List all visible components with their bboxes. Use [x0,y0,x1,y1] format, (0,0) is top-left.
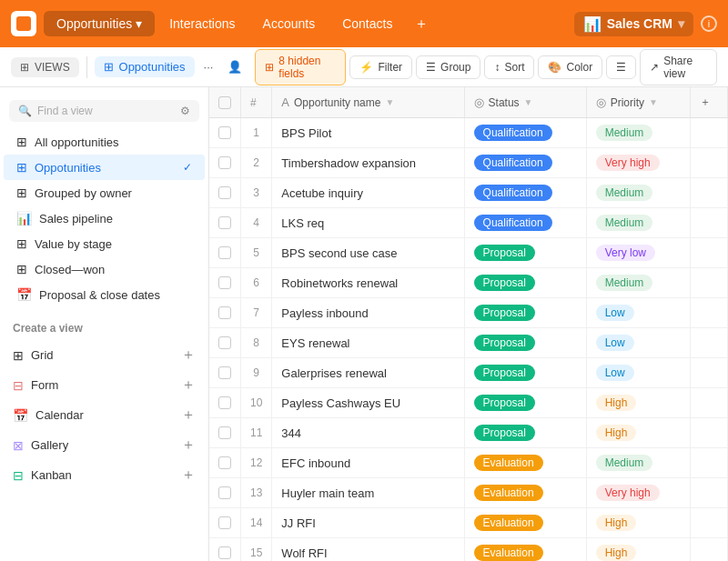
row-checkbox[interactable] [218,426,231,439]
row-checkbox[interactable] [218,216,231,229]
col-priority[interactable]: ◎ Priority ▼ [586,87,690,118]
row-status[interactable]: Qualification [464,118,586,148]
row-checkbox[interactable] [218,126,231,139]
row-checkbox-cell[interactable] [209,268,241,298]
color-button[interactable]: 🎨 Color [538,55,602,79]
row-status[interactable]: Proposal [464,298,586,328]
row-checkbox[interactable] [218,306,231,319]
row-status[interactable]: Proposal [464,328,586,358]
row-checkbox[interactable] [218,396,231,409]
row-checkbox[interactable] [218,156,231,169]
sidebar-item-proposal-close[interactable]: 📅 Proposal & close dates [4,282,205,307]
row-name[interactable]: Robinetworks renewal [272,268,464,298]
table-row[interactable]: 11 344 Proposal High [209,418,728,448]
views-button[interactable]: ⊞ VIEWS [11,57,79,77]
row-priority[interactable]: Low [586,358,690,388]
col-status[interactable]: ◎ Status ▼ [464,87,586,118]
row-status[interactable]: Proposal [464,268,586,298]
sidebar-item-opportunities[interactable]: ⊞ Oppotunities ✓ [4,155,205,180]
row-status[interactable]: Proposal [464,388,586,418]
row-checkbox[interactable] [218,456,231,469]
row-checkbox-cell[interactable] [209,208,241,238]
row-checkbox[interactable] [218,366,231,379]
row-priority[interactable]: High [586,418,690,448]
sidebar-item-all-opportunities[interactable]: ⊞ All opportunities [4,129,205,155]
row-priority[interactable]: Medium [586,448,690,478]
info-icon[interactable]: i [701,15,717,32]
hidden-fields-button[interactable]: ⊞ 8 hidden fields [255,49,346,85]
table-row[interactable]: 4 LKS req Qualification Medium [209,208,728,238]
row-status[interactable]: Evaluation [464,448,586,478]
row-checkbox[interactable] [218,186,231,199]
row-priority[interactable]: Medium [586,268,690,298]
row-name[interactable]: Wolf RFI [272,538,464,562]
sidebar-item-grouped-by-owner[interactable]: ⊞ Grouped by owner [4,180,205,205]
select-all-checkbox[interactable] [218,96,231,109]
table-row[interactable]: 5 BPS second use case Proposal Very low [209,238,728,268]
plus-icon-form[interactable]: ＋ [181,376,196,395]
row-checkbox-cell[interactable] [209,478,241,508]
table-row[interactable]: 10 Payless Cashways EU Proposal High [209,388,728,418]
settings-icon[interactable]: ⚙ [180,105,190,117]
table-row[interactable]: 15 Wolf RFI Evaluation High [209,538,728,562]
row-name[interactable]: LKS req [272,208,464,238]
toolbar-more-button[interactable]: ··· [198,56,219,77]
row-status[interactable]: Proposal [464,358,586,388]
nav-tab-accounts[interactable]: Accounts [250,11,329,36]
row-checkbox-cell[interactable] [209,418,241,448]
row-status[interactable]: Evaluation [464,478,586,508]
table-row[interactable]: 2 Timbershadow expansion Qualification V… [209,148,728,178]
create-grid-view[interactable]: ⊞ Grid ＋ [0,340,208,370]
plus-icon-gallery[interactable]: ＋ [181,436,196,455]
row-checkbox-cell[interactable] [209,238,241,268]
row-checkbox-cell[interactable] [209,118,241,148]
nav-add-tab[interactable]: ＋ [407,9,436,39]
row-name[interactable]: JJ RFI [272,508,464,538]
table-row[interactable]: 3 Acetube inquiry Qualification Medium [209,178,728,208]
row-name[interactable]: Galerprises renewal [272,358,464,388]
sidebar-item-sales-pipeline[interactable]: 📊 Sales pipeline [4,205,205,231]
nav-tab-contacts[interactable]: Contacts [329,11,405,36]
row-priority[interactable]: Very high [586,478,690,508]
create-form-view[interactable]: ⊟ Form ＋ [0,370,208,400]
row-checkbox[interactable] [218,246,231,259]
row-status[interactable]: Qualification [464,208,586,238]
create-calendar-view[interactable]: 📅 Calendar ＋ [0,400,208,430]
row-checkbox-cell[interactable] [209,538,241,562]
row-checkbox[interactable] [218,486,231,499]
row-status[interactable]: Qualification [464,178,586,208]
row-name[interactable]: Huyler main team [272,478,464,508]
row-priority[interactable]: Very low [586,238,690,268]
row-name[interactable]: Payless Cashways EU [272,388,464,418]
row-priority[interactable]: Medium [586,208,690,238]
row-priority[interactable]: High [586,388,690,418]
row-name[interactable]: BPS Pilot [272,118,464,148]
row-checkbox[interactable] [218,336,231,349]
add-column-button[interactable]: ＋ [690,87,727,118]
row-status[interactable]: Proposal [464,238,586,268]
row-checkbox-cell[interactable] [209,448,241,478]
table-row[interactable]: 12 EFC inbound Evaluation Medium [209,448,728,478]
row-status[interactable]: Evaluation [464,538,586,562]
table-row[interactable]: 14 JJ RFI Evaluation High [209,508,728,538]
row-priority[interactable]: High [586,538,690,562]
table-row[interactable]: 6 Robinetworks renewal Proposal Medium [209,268,728,298]
nav-tab-opportunities[interactable]: Opportunities ▾ [44,11,155,36]
row-priority[interactable]: Medium [586,118,690,148]
sidebar-item-value-by-stage[interactable]: ⊞ Value by stage [4,231,205,256]
row-name[interactable]: BPS second use case [272,238,464,268]
table-row[interactable]: 7 Payless inbound Proposal Low [209,298,728,328]
create-gallery-view[interactable]: ⊠ Gallery ＋ [0,430,208,460]
row-name[interactable]: EYS renewal [272,328,464,358]
col-checkbox[interactable] [209,87,241,118]
row-checkbox[interactable] [218,276,231,289]
row-name[interactable]: EFC inbound [272,448,464,478]
row-checkbox[interactable] [218,546,231,559]
share-view-button[interactable]: ↗ Share view [640,49,717,85]
row-checkbox-cell[interactable] [209,388,241,418]
sort-button[interactable]: ↕ Sort [484,55,534,79]
row-priority[interactable]: High [586,508,690,538]
row-height-button[interactable]: ☰ [606,55,636,79]
row-priority[interactable]: Low [586,328,690,358]
row-status[interactable]: Proposal [464,418,586,448]
